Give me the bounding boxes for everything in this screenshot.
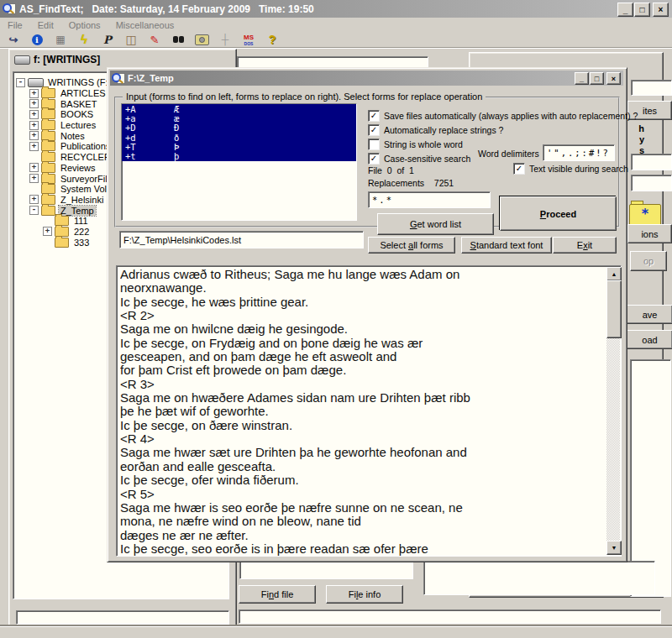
form-row[interactable]: +aæ <box>122 113 356 123</box>
print-format-icon[interactable]: P <box>99 33 116 47</box>
right-panel-field[interactable] <box>631 80 672 96</box>
expand-toggle[interactable]: + <box>43 227 52 236</box>
scroll-down-button[interactable]: ▼ <box>606 541 622 555</box>
vertical-scrollbar[interactable]: ▲ ▼ <box>606 267 620 555</box>
grid-icon[interactable]: ▦ <box>52 33 69 47</box>
dialog-close-button[interactable]: × <box>606 72 621 85</box>
file-info-button[interactable]: File info <box>326 585 403 604</box>
main-titlebar[interactable]: AS_FindText; Date: Saturday, 14 February… <box>0 0 672 18</box>
right-panel-field[interactable] <box>631 154 672 170</box>
info-icon[interactable]: i <box>29 33 45 47</box>
forms-listbox[interactable]: +AÆ +aæ +DÐ +dð +TÞ +tþ <box>121 103 357 221</box>
crosshair-icon[interactable]: ┼ <box>217 33 234 47</box>
bottom-center-field[interactable] <box>239 561 413 579</box>
explorer-caption: f: [WRITINGS] <box>14 54 100 65</box>
dialog-title: F:\Z_Temp <box>128 73 174 83</box>
as-findtext-window: AS_FindText; Date: Saturday, 14 February… <box>0 0 672 638</box>
standard-text-font-button[interactable]: Standard text font <box>461 237 552 254</box>
bottom-status-field[interactable] <box>239 609 661 624</box>
menu-file[interactable]: File <box>0 19 30 31</box>
maximize-button[interactable]: □ <box>634 3 650 17</box>
explorer-status-field[interactable] <box>16 610 229 625</box>
select-all-forms-button[interactable]: Select all forms <box>368 237 455 254</box>
minimize-button[interactable]: _ <box>617 3 633 17</box>
special-folder-icon[interactable]: * <box>629 204 661 226</box>
expand-toggle[interactable]: + <box>29 195 39 204</box>
menu-edit[interactable]: Edit <box>30 19 61 31</box>
pen-icon[interactable]: ✎ <box>146 33 163 47</box>
find-file-button[interactable]: Find file <box>239 585 316 604</box>
proceed-button-frame: Proceed <box>499 196 616 230</box>
lightning-icon[interactable]: ϟ <box>76 33 92 47</box>
word-delimiters-field[interactable]: '",.;:#!? <box>543 144 615 161</box>
main-title: AS_FindText; Date: Saturday, 14 February… <box>19 3 314 15</box>
form-row[interactable]: +DÐ <box>122 123 356 133</box>
list-path-field[interactable]: F:\Z_Temp\HelsinkiCodes.lst <box>119 231 364 248</box>
bottom-right-box[interactable] <box>423 561 655 595</box>
menu-options[interactable]: Options <box>61 19 108 31</box>
scroll-up-button[interactable]: ▲ <box>606 267 622 281</box>
expand-toggle[interactable]: + <box>29 121 39 130</box>
dialog-minimize-button[interactable]: _ <box>575 72 589 85</box>
auto-replace-checkbox[interactable]: ✓Automatically replace strings ? <box>368 124 503 136</box>
drive-icon <box>14 55 30 65</box>
form-row[interactable]: +AÆ <box>122 104 356 113</box>
expand-toggle[interactable]: + <box>29 142 39 151</box>
word-delimiters-label: Word delimiters <box>478 149 539 159</box>
open-folder-icon <box>41 206 55 216</box>
help-icon[interactable]: ? <box>264 33 281 47</box>
exit-button[interactable]: Exit <box>553 237 617 254</box>
options-button[interactable]: ions <box>627 224 672 243</box>
expand-toggle[interactable]: + <box>29 110 39 119</box>
exit-icon[interactable]: ↪ <box>5 33 22 47</box>
binoculars-icon[interactable] <box>170 33 186 47</box>
expand-toggle[interactable]: + <box>29 131 39 140</box>
collapse-toggle[interactable]: - <box>16 78 25 87</box>
text-viewer[interactable]: Adrianus cwæð to Ritheus; Saga me hu lan… <box>116 265 622 557</box>
close-button[interactable]: × <box>653 3 669 17</box>
menubar: File Edit Options Miscellaneous <box>0 18 672 32</box>
stop-button[interactable]: op <box>630 251 667 271</box>
replacements-counter: Replacements 7251 <box>368 178 454 188</box>
file-counter: File 0 of 1 <box>368 165 414 175</box>
book-icon[interactable]: ◫ <box>123 33 139 47</box>
form-row[interactable]: +dð <box>122 133 356 142</box>
expand-toggle[interactable]: + <box>29 99 39 108</box>
msdos-icon[interactable]: MSDOS <box>240 33 257 47</box>
save-files-checkbox[interactable]: ✓Save files automatically (always applie… <box>368 110 638 122</box>
ztemp-dialog: F:\Z_Temp _ □ × Input (forms to find on … <box>107 67 627 562</box>
case-sensitive-checkbox[interactable]: ✓Case-sensitive search <box>368 153 470 165</box>
get-word-list-button[interactable]: Get word list <box>377 213 494 235</box>
text-visible-checkbox[interactable]: ✓Text visible during search <box>513 163 628 175</box>
scrollbar-thumb[interactable] <box>606 280 622 338</box>
dialog-maximize-button[interactable]: □ <box>590 72 604 85</box>
load-button[interactable]: oad <box>627 330 672 349</box>
file-mask-field[interactable]: *.* <box>368 191 491 208</box>
right-panel-field[interactable] <box>631 175 672 191</box>
collapse-toggle[interactable]: - <box>29 206 39 215</box>
proceed-button[interactable]: Proceed <box>500 196 617 231</box>
save-button[interactable]: ave <box>627 305 672 324</box>
expand-toggle[interactable]: + <box>29 89 39 98</box>
form-row[interactable]: +TÞ <box>122 142 356 151</box>
statusbar <box>0 626 672 638</box>
folder-icon <box>55 238 69 248</box>
menu-miscellaneous[interactable]: Miscellaneous <box>108 19 182 31</box>
dialog-magnifier-icon <box>112 72 125 85</box>
camera-icon[interactable] <box>193 33 210 47</box>
text-content: Adrianus cwæð to Ritheus; Saga me hu lan… <box>120 268 605 556</box>
expand-toggle[interactable]: + <box>29 163 39 172</box>
whole-word-checkbox[interactable]: String is whole word <box>368 139 463 150</box>
expand-toggle[interactable]: + <box>29 174 39 183</box>
input-group-label: Input (forms to find on left, forms to r… <box>123 92 486 102</box>
toolbar: ↪ i ▦ ϟ P ◫ ✎ ┼ MSDOS ? <box>0 32 672 48</box>
form-row[interactable]: +tþ <box>122 151 356 160</box>
dialog-titlebar[interactable]: F:\Z_Temp _ □ × <box>110 71 623 86</box>
app-magnifier-icon <box>3 3 16 15</box>
